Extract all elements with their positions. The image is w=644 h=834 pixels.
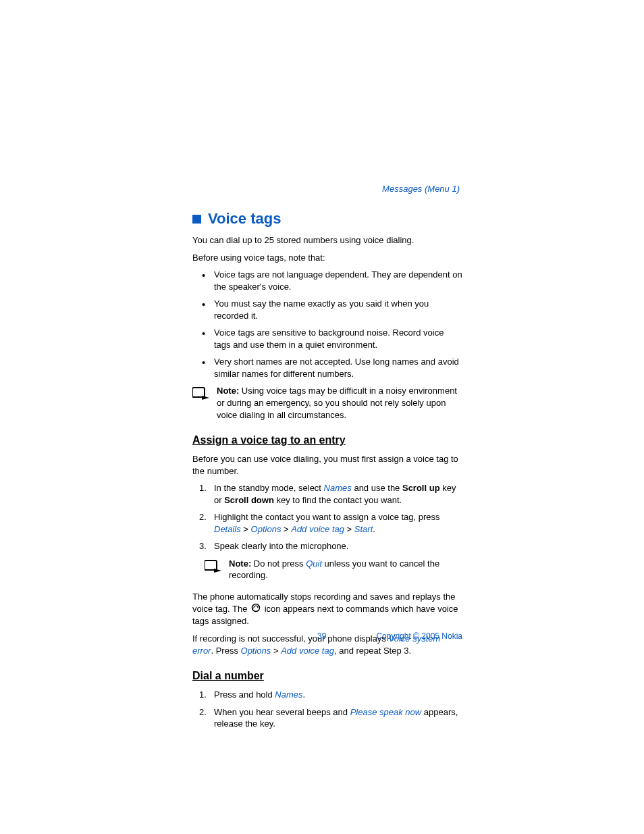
section-heading: Voice tags bbox=[192, 210, 462, 228]
assign-step-3: Speak clearly into the microphone. bbox=[205, 540, 462, 552]
dial-heading: Dial a number bbox=[192, 670, 462, 682]
assign-steps: In the standby mode, select Names and us… bbox=[192, 482, 462, 552]
scroll-up-key: Scroll up bbox=[402, 483, 440, 493]
page-number: 39 bbox=[317, 631, 326, 641]
options-link-2[interactable]: Options bbox=[241, 646, 271, 656]
text: . bbox=[373, 524, 375, 534]
note-body: Using voice tags may be difficult in a n… bbox=[217, 386, 457, 419]
note-label: Note: bbox=[229, 558, 251, 569]
quit-link[interactable]: Quit bbox=[306, 558, 322, 569]
after-note-p1: The phone automatically stops recording … bbox=[192, 591, 462, 627]
note-block-1: Note: Using voice tags may be difficult … bbox=[192, 385, 462, 421]
text: > bbox=[281, 524, 291, 534]
dial-steps: Press and hold Names. When you hear seve… bbox=[192, 689, 462, 730]
square-bullet-icon bbox=[192, 215, 201, 224]
page-footer: 39 Copyright © 2005 Nokia bbox=[192, 631, 462, 641]
text: > bbox=[271, 646, 281, 656]
text: > bbox=[241, 524, 251, 534]
text: When you hear several beeps and bbox=[214, 707, 350, 717]
text: key to find the contact you want. bbox=[274, 495, 402, 505]
header-breadcrumb[interactable]: Messages (Menu 1) bbox=[192, 184, 462, 194]
names-link[interactable]: Names bbox=[324, 483, 352, 493]
section-title-text: Voice tags bbox=[208, 210, 281, 228]
note-icon bbox=[192, 385, 217, 403]
bullet-item: Voice tags are not language dependent. T… bbox=[205, 269, 462, 292]
text: . Press bbox=[211, 646, 240, 656]
bullet-item: Voice tags are sensitive to background n… bbox=[205, 327, 462, 350]
intro-paragraph-2: Before using voice tags, note that: bbox=[192, 252, 462, 264]
text: Press and hold bbox=[214, 689, 275, 700]
names-link-2[interactable]: Names bbox=[275, 689, 302, 700]
please-speak-now-link[interactable]: Please speak now bbox=[350, 707, 422, 717]
bullet-item: You must say the name exactly as you sai… bbox=[205, 298, 462, 321]
svg-point-0 bbox=[252, 604, 260, 611]
assign-heading: Assign a voice tag to an entry bbox=[192, 434, 462, 446]
text: Highlight the contact you want to assign… bbox=[214, 512, 440, 522]
add-voice-tag-link[interactable]: Add voice tag bbox=[291, 524, 344, 534]
document-page: Messages (Menu 1) Voice tags You can dia… bbox=[192, 184, 462, 735]
options-link[interactable]: Options bbox=[251, 524, 281, 534]
voice-tag-icon bbox=[251, 603, 261, 616]
text: Do not press bbox=[251, 558, 306, 569]
text: > bbox=[344, 524, 354, 534]
intro-paragraph-1: You can dial up to 25 stored numbers usi… bbox=[192, 234, 462, 246]
note-label: Note: bbox=[217, 386, 239, 396]
scroll-down-key: Scroll down bbox=[224, 495, 274, 505]
note-text-2: Note: Do not press Quit unless you want … bbox=[229, 558, 462, 581]
text: , and repeat Step 3. bbox=[334, 646, 411, 656]
note-text-1: Note: Using voice tags may be difficult … bbox=[217, 385, 462, 421]
note-block-2: Note: Do not press Quit unless you want … bbox=[205, 558, 462, 581]
add-voice-tag-link-2[interactable]: Add voice tag bbox=[281, 646, 334, 656]
copyright-text: Copyright © 2005 Nokia bbox=[376, 631, 462, 641]
bullet-list: Voice tags are not language dependent. T… bbox=[192, 269, 462, 380]
text: . bbox=[303, 689, 306, 700]
start-link[interactable]: Start bbox=[354, 524, 373, 534]
dial-step-2: When you hear several beeps and Please s… bbox=[205, 706, 462, 730]
bullet-item: Very short names are not accepted. Use l… bbox=[205, 356, 462, 380]
text: and use the bbox=[352, 483, 402, 493]
dial-step-1: Press and hold Names. bbox=[205, 689, 462, 701]
text: In the standby mode, select bbox=[214, 483, 324, 493]
assign-step-2: Highlight the contact you want to assign… bbox=[205, 511, 462, 535]
assign-intro: Before you can use voice dialing, you mu… bbox=[192, 453, 462, 477]
assign-step-1: In the standby mode, select Names and us… bbox=[205, 482, 462, 506]
details-link[interactable]: Details bbox=[214, 524, 241, 534]
note-icon bbox=[205, 558, 229, 576]
